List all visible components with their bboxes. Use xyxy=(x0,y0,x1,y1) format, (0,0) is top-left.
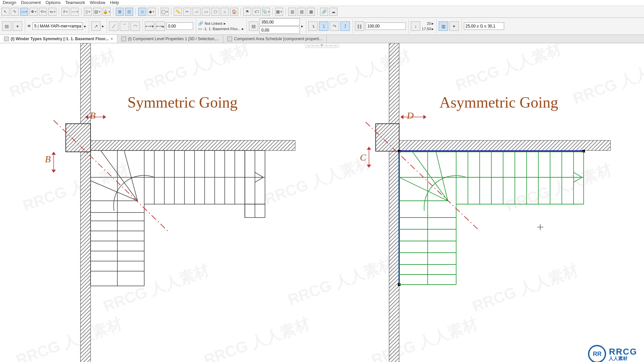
size-arrow-icon[interactable]: ▸ xyxy=(301,24,303,28)
svg-rect-2 xyxy=(80,43,91,362)
cloud-icon[interactable]: ☁ xyxy=(329,8,337,16)
rule-input[interactable] xyxy=(464,22,504,30)
size-group: ▤ ▸ xyxy=(249,19,306,33)
roof-icon[interactable]: ⌂ xyxy=(221,8,229,16)
options-bar: ▤ ▾ 👁 ▸ ↗ ▸ ／ ⌒ ◠ ⟷▾ ⟷▸ 🔗 Not Linked ▸ ▭… xyxy=(0,18,644,35)
height-input[interactable] xyxy=(260,26,300,34)
circle-icon[interactable]: ◯ xyxy=(161,8,169,16)
snap4-icon[interactable]: ◆ xyxy=(148,8,156,16)
count-group: ↕ 20 ▸ 17,50 ▸ xyxy=(411,19,437,33)
story-icon: ▭ xyxy=(198,26,202,31)
measure-icon[interactable]: 📏 xyxy=(174,8,182,16)
seg-2-icon[interactable]: ⌒ xyxy=(120,21,129,31)
seg-1-icon[interactable]: ／ xyxy=(109,21,118,31)
separator xyxy=(285,8,286,15)
svg-rect-41 xyxy=(399,140,610,150)
geom-method-icon[interactable]: ↗ xyxy=(91,21,101,31)
drawing-canvas[interactable]: ― ― ― 👁 ― ― ― Symmetric Going Asymmetric… xyxy=(0,43,644,362)
menu-teamwork[interactable]: Teamwork xyxy=(65,0,85,5)
menu-help[interactable]: Help xyxy=(110,0,119,5)
snap2-icon[interactable]: ⊡ xyxy=(125,8,133,16)
scissors-icon[interactable]: ✂ xyxy=(183,8,191,16)
disp-2-icon[interactable]: ✦ xyxy=(449,21,459,31)
separator xyxy=(240,8,241,15)
width-input[interactable] xyxy=(260,18,300,26)
turn-1-icon[interactable]: ↴ xyxy=(308,21,318,31)
svg-marker-38 xyxy=(52,152,55,155)
stair-settings-button[interactable]: ▾ xyxy=(13,21,22,31)
tab-bar: (l) Winder Types Symmetry [-1. 1. Baseme… xyxy=(0,35,644,43)
count-bot-label: 17,50 xyxy=(422,27,431,31)
turn-3-icon[interactable]: ↷ xyxy=(330,21,339,31)
table-icon[interactable]: ▦ xyxy=(275,8,283,16)
menu-window[interactable]: Window xyxy=(90,0,105,5)
separator xyxy=(113,8,113,15)
arrow-icon[interactable]: ↖ xyxy=(1,8,9,16)
count-top-label: 20 xyxy=(427,21,431,25)
page-icon[interactable]: ▯ xyxy=(84,8,92,16)
tab-schedule[interactable]: Component Area Schedule [component prope… xyxy=(223,35,327,43)
separator xyxy=(272,8,273,15)
pencil-icon[interactable]: ✎ xyxy=(11,8,19,16)
close-icon[interactable]: × xyxy=(111,37,113,41)
tag-icon[interactable]: 🏷 xyxy=(253,8,261,16)
tab-3d-label: (l) Component Level Properties 1 [3D / S… xyxy=(128,37,219,41)
layer-icon[interactable]: ▤ xyxy=(93,8,101,16)
poly-icon[interactable]: ⬠ xyxy=(211,8,219,16)
geom-arrow-icon[interactable]: ▸ xyxy=(102,24,104,28)
menu-options[interactable]: Options xyxy=(46,0,61,5)
wall-icon[interactable]: ▱ xyxy=(193,8,201,16)
dimension-group: ⟷▾ ⟷▸ xyxy=(145,19,196,33)
stair-tool-icon[interactable]: ▤ xyxy=(2,21,11,31)
count-top-arrow-icon[interactable]: ▸ xyxy=(432,21,434,26)
eye-icon: 👁 xyxy=(27,24,31,28)
pub3-icon[interactable]: ▩ xyxy=(307,8,315,16)
view-nav-combo[interactable] xyxy=(33,22,83,30)
snap3-icon[interactable]: ◇ xyxy=(138,8,146,16)
dim-offset-icon[interactable]: ⟷▸ xyxy=(156,21,165,31)
link-icon: 🔗 xyxy=(198,21,203,26)
segment-group: ／ ⌒ ◠ xyxy=(109,19,143,33)
move-icon[interactable]: ✥ xyxy=(30,8,38,16)
pub2-icon[interactable]: ▨ xyxy=(298,8,306,16)
riser-input[interactable] xyxy=(366,22,406,30)
pub1-icon[interactable]: ▥ xyxy=(288,8,296,16)
geometry-method-group: ↗ ▸ xyxy=(91,19,107,33)
tab-floorplan[interactable]: (l) Winder Types Symmetry [-1. 1. Baseme… xyxy=(0,35,117,43)
turn-4-icon[interactable]: ⤴ xyxy=(340,21,350,31)
disp-1-icon[interactable]: ▥ xyxy=(439,21,448,31)
link-icon[interactable]: 🔗 xyxy=(320,8,328,16)
snap1-icon[interactable]: ⊞ xyxy=(116,8,124,16)
svg-rect-40 xyxy=(389,43,399,362)
svg-line-30 xyxy=(101,150,138,201)
flag-icon[interactable]: ⚑ xyxy=(243,8,251,16)
ruler-icon[interactable]: ― xyxy=(71,8,79,16)
link-dropdown-icon[interactable]: ▸ xyxy=(224,21,226,26)
tool-settings-group: ▤ ▾ xyxy=(2,19,25,33)
size-icon: ▤ xyxy=(249,21,258,31)
menu-design[interactable]: Design xyxy=(3,0,16,5)
rotate-icon[interactable]: ⟲ xyxy=(39,8,47,16)
mirror-icon[interactable]: ⇋ xyxy=(48,8,56,16)
count-bot-arrow-icon[interactable]: ▸ xyxy=(432,26,434,31)
rect-icon[interactable]: ▭ xyxy=(202,8,210,16)
story-dropdown-icon[interactable]: ▸ xyxy=(242,26,244,31)
marquee-icon[interactable]: ▭ xyxy=(20,8,28,16)
brand-logo-icon: RR xyxy=(588,345,606,362)
turn-2-icon[interactable]: ⤵ xyxy=(319,21,328,31)
grid-icon[interactable]: # xyxy=(61,8,69,16)
lock-icon[interactable]: 🔒 xyxy=(103,8,111,16)
menu-document[interactable]: Document xyxy=(21,0,41,5)
house-icon[interactable]: 🏠 xyxy=(230,8,238,16)
seg-3-icon[interactable]: ◠ xyxy=(130,21,140,31)
clip-icon[interactable]: 📎 xyxy=(262,8,270,16)
floorplan-icon xyxy=(4,37,9,41)
dim-mode-icon[interactable]: ⟷▾ xyxy=(145,21,154,31)
dim-value-input[interactable] xyxy=(166,22,193,30)
tab-3d[interactable]: (l) Component Level Properties 1 [3D / S… xyxy=(117,35,223,43)
nav-arrow-icon[interactable]: ▸ xyxy=(84,24,86,28)
link-story-group: 🔗 Not Linked ▸ ▭ -1. 1. Basement Floo...… xyxy=(198,19,247,33)
svg-line-68 xyxy=(399,177,448,201)
cube-icon xyxy=(121,37,126,41)
svg-marker-36 xyxy=(103,115,106,119)
